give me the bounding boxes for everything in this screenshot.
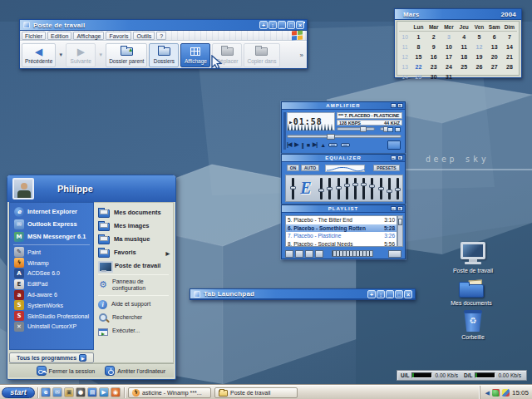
start-item-internet-explorer[interactable]: eInternet Explorer (10, 205, 93, 218)
calendar-day[interactable]: 13 (487, 44, 502, 50)
calendar-day[interactable]: 17 (441, 54, 456, 60)
calendar-day[interactable]: 19 (471, 54, 486, 60)
calendar-day[interactable]: 22 (411, 64, 426, 70)
eq-band-handle[interactable] (387, 190, 392, 193)
eq-band-handle[interactable] (378, 187, 384, 190)
folders-button[interactable]: Dossiers (149, 43, 179, 67)
calendar-day[interactable]: 7 (502, 34, 517, 40)
eq-toggle-button[interactable] (387, 127, 393, 132)
desktop-icon-corbeille[interactable]: ♻ Corbeille (449, 310, 497, 340)
start-item-adaware[interactable]: aAd-aware 6 (10, 289, 93, 300)
equalizer-titlebar[interactable]: EQUALIZER –× (282, 155, 405, 162)
window-button-minimize[interactable]: – (391, 155, 397, 160)
start-item-ma-musique[interactable]: Ma musique (94, 233, 173, 246)
winamp-clutterbar[interactable] (283, 112, 286, 150)
quick-launch-icon-3[interactable]: ▣ (64, 387, 74, 397)
tray-chevron-icon[interactable]: ◀ (485, 390, 490, 397)
calendar-day[interactable]: 31 (441, 74, 456, 80)
window-button-always-on-top[interactable]: ↕ (268, 21, 277, 29)
calendar-day[interactable]: 9 (426, 44, 441, 50)
start-item-systemworks[interactable]: SSystemWorks (10, 300, 93, 311)
next-button[interactable]: ▶| (313, 141, 317, 148)
calendar-day[interactable]: 28 (502, 64, 517, 70)
playlist-add-button[interactable] (285, 250, 293, 258)
window-button-close[interactable]: × (397, 155, 403, 160)
tray-messenger-icon[interactable] (492, 389, 500, 397)
window-button-shade[interactable]: + (367, 290, 376, 298)
eq-band-slider-10[interactable] (397, 178, 399, 200)
task-winamp[interactable]: ϟ asticine - Winamp ***... (128, 387, 211, 398)
calendar-day[interactable]: 29 (411, 74, 426, 80)
eq-band-slider-4[interactable] (346, 178, 348, 200)
calendar-day[interactable]: 14 (502, 44, 517, 50)
back-button[interactable]: ◀Précédente (22, 43, 56, 67)
dropdown-arrow-icon[interactable]: ▼ (58, 52, 63, 57)
calendar-day[interactable]: 10 (441, 44, 456, 50)
menu-item-fichier[interactable]: Fichier (22, 32, 46, 40)
eq-auto-button[interactable]: AUTO (301, 165, 319, 171)
start-item-aide-et-support[interactable]: iAide et support (94, 298, 173, 311)
eq-band-handle[interactable] (352, 183, 358, 186)
launchpad-titlebar[interactable]: Tab Launchpad +↕_□× (190, 289, 415, 299)
calendar-day[interactable]: 25 (456, 64, 471, 70)
menu-item-outils[interactable]: Outils (133, 32, 155, 40)
window-button-always-on-top[interactable]: ↕ (377, 290, 385, 298)
calendar-day[interactable]: 12 (471, 44, 486, 50)
eq-band-handle[interactable] (336, 186, 342, 190)
eq-band-handle[interactable] (395, 188, 401, 191)
winamp-track-ticker[interactable]: *** 7. PLACEBO - PLASTICINE (337, 112, 402, 119)
start-item-favoris[interactable]: Favoris▶ (94, 246, 173, 259)
eq-on-button[interactable]: ON (287, 165, 299, 171)
start-item-uninstall-cursorxp[interactable]: ✕Uninstall CursorXP (10, 322, 93, 332)
eq-band-slider-5[interactable] (354, 178, 357, 200)
playlist-toggle-button[interactable] (395, 127, 401, 132)
window-button-close[interactable]: × (404, 290, 412, 298)
eq-band-handle[interactable] (369, 185, 375, 188)
start-item-winamp[interactable]: ϟWinamp (10, 258, 93, 268)
calendar-day[interactable]: 20 (487, 54, 502, 60)
menu-item-affichage[interactable]: Affichage (73, 32, 104, 40)
start-item-poste-de-travail[interactable]: Poste de travail (94, 259, 173, 273)
volume-slider[interactable] (337, 127, 375, 131)
calendar-day[interactable]: 27 (487, 64, 502, 70)
start-item-mes-documents[interactable]: Mes documents (94, 206, 173, 219)
play-button[interactable]: ▶ (294, 141, 298, 148)
previous-button[interactable]: |◀ (287, 141, 291, 148)
eq-band-slider-2[interactable] (328, 178, 331, 200)
calendar-day[interactable]: 15 (411, 54, 426, 60)
eq-band-handle[interactable] (344, 184, 350, 187)
playlist-item[interactable]: 5. Placebo - The Bitter End3:10 (286, 216, 397, 224)
calendar-day[interactable]: 16 (426, 54, 441, 60)
start-item-outlook-express[interactable]: ✉Outlook Express (10, 218, 93, 230)
all-programs-button[interactable]: Tous les programmes ▶ (9, 352, 94, 363)
calendar-day[interactable]: 24 (441, 64, 456, 70)
calendar-day[interactable]: 4 (456, 34, 471, 40)
taskbar-clock[interactable]: 15:05 (512, 389, 529, 397)
views-button[interactable]: Affichage (180, 43, 210, 67)
eq-band-slider-1[interactable] (320, 178, 323, 200)
start-button[interactable]: start (2, 387, 35, 398)
eq-band-handle[interactable] (361, 183, 367, 186)
calendar-day[interactable]: 21 (502, 54, 517, 60)
winamp-spectrum-visualizer[interactable] (288, 122, 334, 131)
menu-item-favoris[interactable]: Favoris (106, 32, 131, 40)
start-item-paint[interactable]: ✎Paint (10, 247, 93, 258)
eq-preamp-slider[interactable] (292, 178, 294, 200)
shut-down-button[interactable]: Arrêter l'ordinateur (105, 366, 165, 376)
log-off-button[interactable]: Fermer la session (37, 366, 96, 376)
window-button-close[interactable]: × (397, 103, 403, 108)
eq-band-slider-9[interactable] (388, 178, 391, 200)
start-item-executer[interactable]: Exécuter... (94, 324, 173, 337)
eq-presets-button[interactable]: PRESETS (373, 165, 400, 171)
up-button[interactable]: ▲Dossier parent (106, 43, 147, 67)
quick-launch-icon-1[interactable]: e (41, 387, 51, 397)
calendar-day[interactable]: 8 (411, 44, 426, 50)
scrollbar-thumb[interactable] (398, 219, 402, 225)
menu-item-edition[interactable]: Edition (47, 32, 71, 40)
eq-band-slider-6[interactable] (362, 178, 365, 200)
window-button-close[interactable]: × (397, 206, 403, 211)
eq-band-handle[interactable] (327, 187, 332, 190)
playlist-item[interactable]: 8. Placebo - Special Needs5:56 (286, 240, 397, 248)
shuffle-button[interactable] (328, 143, 337, 147)
start-item-mes-images[interactable]: Mes images (94, 219, 173, 233)
